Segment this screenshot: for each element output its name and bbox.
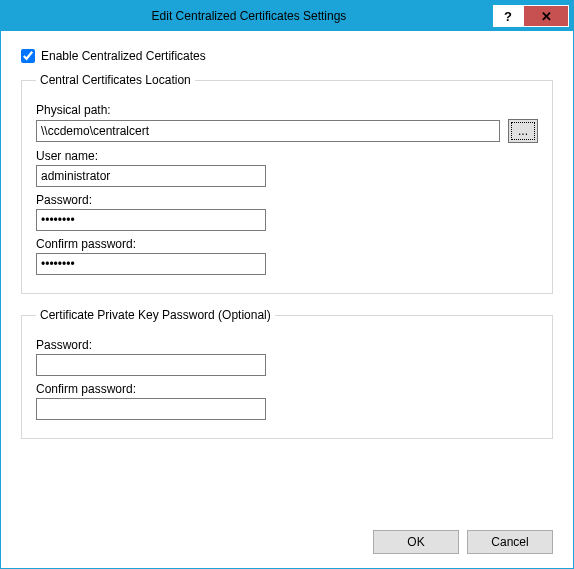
physical-path-row: ... <box>36 119 538 143</box>
pk-confirm-label: Confirm password: <box>36 382 538 396</box>
pk-password-label: Password: <box>36 338 538 352</box>
browse-button[interactable]: ... <box>508 119 538 143</box>
confirm-password-label: Confirm password: <box>36 237 538 251</box>
pk-confirm-input[interactable] <box>36 398 266 420</box>
confirm-password-input[interactable] <box>36 253 266 275</box>
enable-row: Enable Centralized Certificates <box>21 49 553 63</box>
location-legend: Central Certificates Location <box>36 73 195 87</box>
privatekey-legend: Certificate Private Key Password (Option… <box>36 308 275 322</box>
client-area: Enable Centralized Certificates Central … <box>1 31 573 568</box>
location-group: Central Certificates Location Physical p… <box>21 73 553 294</box>
physical-path-label: Physical path: <box>36 103 538 117</box>
help-button[interactable]: ? <box>493 5 523 27</box>
password-input[interactable] <box>36 209 266 231</box>
username-input[interactable] <box>36 165 266 187</box>
titlebar: Edit Centralized Certificates Settings ?… <box>1 1 573 31</box>
enable-label: Enable Centralized Certificates <box>41 49 206 63</box>
physical-path-input[interactable] <box>36 120 500 142</box>
window-title: Edit Centralized Certificates Settings <box>5 5 493 27</box>
dialog-window: Edit Centralized Certificates Settings ?… <box>0 0 574 569</box>
close-button[interactable]: ✕ <box>523 5 569 27</box>
password-label: Password: <box>36 193 538 207</box>
pk-password-input[interactable] <box>36 354 266 376</box>
dialog-footer: OK Cancel <box>21 524 553 554</box>
cancel-button[interactable]: Cancel <box>467 530 553 554</box>
username-label: User name: <box>36 149 538 163</box>
enable-checkbox[interactable] <box>21 49 35 63</box>
titlebar-buttons: ? ✕ <box>493 5 569 27</box>
privatekey-group: Certificate Private Key Password (Option… <box>21 308 553 439</box>
ok-button[interactable]: OK <box>373 530 459 554</box>
